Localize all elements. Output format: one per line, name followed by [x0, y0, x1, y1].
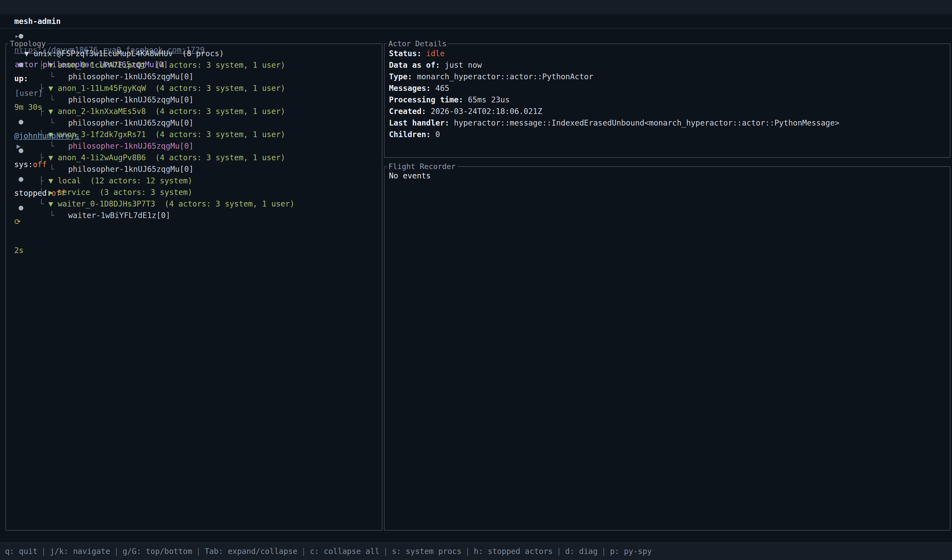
- tree-proc-row[interactable]: ├ ▼ anon_0-1cuPA7EiptQt (4 actors: 3 sys…: [6, 59, 382, 71]
- footer-separator: |: [557, 547, 561, 556]
- footer-hint: Tab: expand/collapse: [205, 547, 298, 556]
- detail-row: Messages: 465: [389, 83, 950, 94]
- detail-label: Messages:: [389, 84, 431, 93]
- expand-arrow-icon: ▼: [48, 107, 58, 116]
- tree-actor-label: philosopher-1knUJ65zqgMu[0]: [68, 142, 193, 151]
- footer-keybind-bar: q: quit|j/k: navigate|g/G: top/bottom|Ta…: [0, 542, 952, 560]
- expand-arrow-icon: ▼: [48, 176, 58, 185]
- detail-value: just now: [440, 60, 482, 69]
- detail-value: 65ms 23us: [463, 95, 510, 104]
- footer-separator: |: [601, 547, 606, 556]
- detail-label: Type:: [389, 72, 412, 81]
- tree-proc-row[interactable]: ├ ▼ anon_3-1f2dk7gxRs71 (4 actors: 3 sys…: [6, 129, 382, 140]
- tree-proc-row[interactable]: ├ ▼ anon_1-11Lm45FgyKqW (4 actors: 3 sys…: [6, 83, 382, 94]
- tree-actor-row[interactable]: └ philosopher-1knUJ65zqgMu[0]: [6, 94, 382, 106]
- tree-actor-row[interactable]: ▶└ philosopher-1knUJ65zqgMu[0]: [6, 140, 382, 152]
- expand-arrow-icon: ▼: [48, 153, 58, 162]
- tree-connector: └: [49, 72, 68, 81]
- footer-hint: s: system procs: [392, 547, 461, 556]
- breadcrumb-arrow-icon: ▸: [15, 32, 19, 40]
- tree-proc-row[interactable]: ├ ▶ service (3 actors: 3 system): [6, 187, 382, 198]
- detail-label: Data as of:: [389, 60, 440, 69]
- detail-value: 2026-03-24T02:18:06.021Z: [426, 107, 542, 116]
- flight-recorder-panel-title: Flight Recorder: [387, 162, 457, 171]
- tree-connector: └: [49, 119, 68, 128]
- footer-hint: c: collapse all: [310, 547, 380, 556]
- tree-node-count: (4 actors: 3 system, 1 user): [146, 130, 285, 139]
- tree-actor-row[interactable]: └ philosopher-1knUJ65zqgMu[0]: [6, 71, 382, 83]
- tree-proc-row[interactable]: ├ ▼ local (12 actors: 12 system): [6, 175, 382, 187]
- detail-row: Status: idle: [389, 48, 950, 59]
- expand-arrow-icon: ▼: [48, 84, 58, 93]
- tree-node-label: anon_3-1f2dk7gxRs71: [57, 130, 146, 139]
- expand-arrow-icon: ▼: [48, 199, 58, 208]
- tree-root-row[interactable]: ▼ unix:@FSPzqT3w1EcuMupL4KA8wHUv (8 proc…: [6, 48, 382, 59]
- expand-arrow-icon: ▼: [48, 130, 58, 139]
- breadcrumb: ▸ actor philosopher-1knUJ65zqgMu[0] [use…: [0, 14, 952, 29]
- detail-label: Created:: [389, 107, 426, 116]
- tree-connector: ├: [39, 60, 48, 69]
- tree-actor-label: philosopher-1knUJ65zqgMu[0]: [68, 95, 193, 104]
- topology-panel-title: Topology: [8, 39, 47, 48]
- tree-actor-label: waiter-1wBiYFL7dE1z[0]: [68, 211, 170, 220]
- flight-recorder-panel: Flight Recorder No events: [384, 166, 950, 531]
- footer-hint: p: py-spy: [610, 547, 652, 556]
- detail-value: hyperactor::message::IndexedErasedUnboun…: [449, 119, 839, 128]
- tree-connector: ├: [39, 153, 48, 162]
- expand-arrow-icon: ▼: [48, 60, 58, 69]
- tree-connector: └: [39, 199, 48, 208]
- tree-node-label: anon_4-1i2wAugPv8B6: [57, 153, 146, 162]
- tree-connector: └: [49, 165, 68, 174]
- tree-connector: ├: [39, 84, 48, 93]
- footer-separator: |: [383, 547, 388, 556]
- tree-node-count: (8 procs): [173, 49, 224, 58]
- detail-value: idle: [422, 49, 445, 58]
- tree-node-label: anon_0-1cuPA7EiptQt: [57, 60, 146, 69]
- tree-actor-row[interactable]: └ waiter-1wBiYFL7dE1z[0]: [6, 210, 382, 221]
- tree-connector: └: [49, 95, 68, 104]
- tree-node-count: (4 actors: 3 system, 1 user): [146, 107, 285, 116]
- tree-connector: ├: [39, 130, 48, 139]
- tree-node-label: unix:@FSPzqT3w1EcuMupL4KA8wHUv: [34, 49, 173, 58]
- tree-actor-label: philosopher-1knUJ65zqgMu[0]: [68, 72, 193, 81]
- tree-connector: └: [49, 211, 68, 220]
- detail-row: Processing time: 65ms 23us: [389, 94, 950, 106]
- tree-node-count: (4 actors: 3 system, 1 user): [146, 60, 285, 69]
- footer-separator: |: [41, 547, 46, 556]
- expand-arrow-icon: ▶: [48, 188, 58, 197]
- footer-separator: |: [301, 547, 306, 556]
- detail-label: Status:: [389, 49, 422, 58]
- actor-details-panel-title: Actor Details: [387, 39, 448, 48]
- tree-node-label: anon_1-11Lm45FgyKqW: [57, 84, 146, 93]
- tree-actor-label: philosopher-1knUJ65zqgMu[0]: [68, 119, 193, 128]
- detail-label: Processing time:: [389, 95, 463, 104]
- footer-hint: h: stopped actors: [474, 547, 553, 556]
- footer-hint: j/k: navigate: [50, 547, 110, 556]
- tree-proc-row[interactable]: ├ ▼ anon_2-1knXxaMEs5v8 (4 actors: 3 sys…: [6, 106, 382, 117]
- actor-details-rows: Status: idleData as of: just nowType: mo…: [385, 44, 950, 140]
- detail-value: 465: [431, 84, 449, 93]
- actor-details-panel: Actor Details Status: idleData as of: ju…: [384, 43, 950, 158]
- tree-actor-label: philosopher-1knUJ65zqgMu[0]: [68, 165, 193, 174]
- topology-panel: Topology ▼ unix:@FSPzqT3w1EcuMupL4KA8wHU…: [6, 43, 382, 531]
- tree-proc-row[interactable]: ├ ▼ anon_4-1i2wAugPv8B6 (4 actors: 3 sys…: [6, 152, 382, 164]
- tree-actor-row[interactable]: └ philosopher-1knUJ65zqgMu[0]: [6, 117, 382, 129]
- footer-hint: g/G: top/bottom: [122, 547, 192, 556]
- tree-actor-row[interactable]: └ philosopher-1knUJ65zqgMu[0]: [6, 164, 382, 175]
- detail-row: Type: monarch_hyperactor::actor::PythonA…: [389, 71, 950, 83]
- detail-row: Created: 2026-03-24T02:18:06.021Z: [389, 106, 950, 117]
- footer-hint: q: quit: [5, 547, 37, 556]
- tree-connector: └: [49, 142, 68, 151]
- tree-node-label: waiter_0-1D8DJHs3P7T3: [57, 199, 155, 208]
- footer-separator: |: [196, 547, 201, 556]
- flight-recorder-empty-message: No events: [389, 170, 950, 182]
- tree-node-label: local: [57, 176, 81, 185]
- detail-value: monarch_hyperactor::actor::PythonActor: [412, 72, 593, 81]
- tree-proc-row[interactable]: └ ▼ waiter_0-1D8DJHs3P7T3 (4 actors: 3 s…: [6, 198, 382, 210]
- detail-row: Last handler: hyperactor::message::Index…: [389, 117, 950, 129]
- footer-separator: |: [114, 547, 119, 556]
- footer-separator: |: [465, 547, 470, 556]
- tree-connector: ├: [39, 188, 48, 197]
- tree-node-label: service: [57, 188, 90, 197]
- selection-cursor-icon: ▶: [17, 140, 20, 152]
